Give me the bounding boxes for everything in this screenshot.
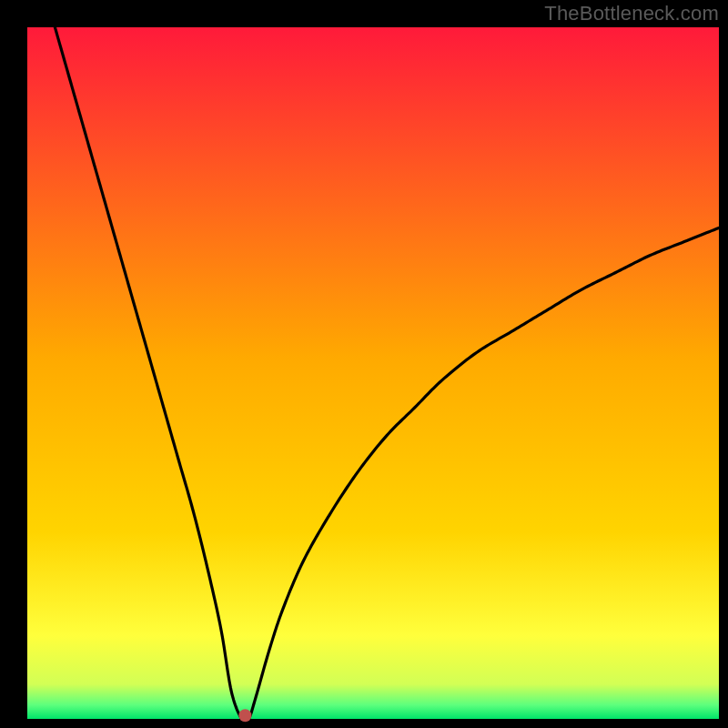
bottleneck-chart: [0, 0, 728, 728]
chart-container: TheBottleneck.com: [0, 0, 728, 728]
min-marker-dot: [238, 709, 251, 722]
plot-area: [27, 27, 719, 719]
